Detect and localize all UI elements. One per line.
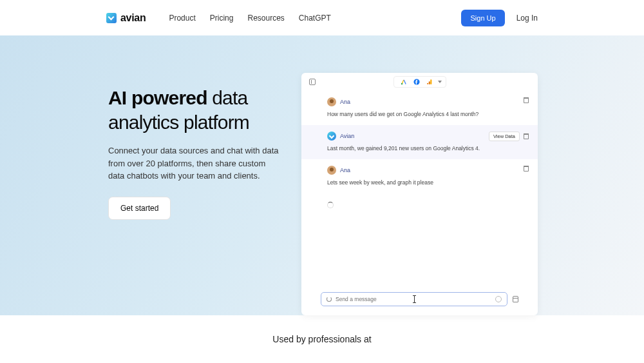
google-analytics-icon <box>426 79 433 85</box>
message-text: Lets see week by week, and graph it plea… <box>327 179 518 187</box>
nav-chatgpt[interactable]: ChatGPT <box>299 14 331 23</box>
google-ads-icon <box>401 79 407 85</box>
user-avatar-icon <box>327 166 336 175</box>
message-head: Ana <box>327 97 518 106</box>
chat-input[interactable] <box>336 296 491 302</box>
delete-icon[interactable] <box>524 166 529 172</box>
svg-rect-3 <box>428 81 430 84</box>
view-data-button[interactable]: View Data <box>489 132 520 141</box>
database-icon[interactable] <box>513 296 518 302</box>
chat-header <box>301 73 538 91</box>
hero-description: Connect your data sources and chat with … <box>108 144 279 182</box>
message-user-2: Ana Lets see week by week, and graph it … <box>301 159 538 193</box>
message-user-1: Ana How many users did we get on Google … <box>301 91 538 125</box>
trusted-by-section: Used by professionals at <box>0 315 644 363</box>
message-text: How many users did we get on Google Anal… <box>327 110 518 119</box>
nav-product[interactable]: Product <box>169 14 195 23</box>
hero-title-bold: AI powered <box>108 87 207 108</box>
message-author: Avian <box>340 133 354 139</box>
facebook-icon <box>413 79 420 85</box>
message-author: Ana <box>340 99 350 105</box>
hero-section: AI powered data analytics platform Conne… <box>0 35 644 315</box>
header-right: Sign Up Log In <box>461 10 538 26</box>
bot-avatar-icon <box>327 132 336 141</box>
user-avatar-icon <box>327 97 336 106</box>
message-bot-1: Avian Last month, we gained 9,201 new us… <box>301 125 538 159</box>
spinner-icon <box>327 202 334 208</box>
message-text: Last month, we gained 9,201 new users on… <box>327 144 518 153</box>
hero-copy: AI powered data analytics platform Conne… <box>108 73 279 315</box>
loading-block <box>301 193 538 217</box>
delete-icon[interactable] <box>524 97 529 103</box>
chat-body: Ana How many users did we get on Google … <box>301 91 538 315</box>
message-head: Ana <box>327 166 518 175</box>
get-started-button[interactable]: Get started <box>108 197 171 220</box>
sidebar-toggle-icon[interactable] <box>309 79 316 85</box>
logo[interactable]: avian <box>106 12 146 24</box>
primary-nav: Product Pricing Resources ChatGPT <box>169 14 330 23</box>
refresh-icon[interactable] <box>327 297 332 302</box>
chevron-down-icon <box>438 81 442 83</box>
nav-pricing[interactable]: Pricing <box>210 14 234 23</box>
svg-rect-2 <box>430 79 431 84</box>
message-author: Ana <box>340 167 350 173</box>
site-header: avian Product Pricing Resources ChatGPT … <box>0 0 644 35</box>
message-actions <box>524 97 529 103</box>
message-actions <box>524 166 529 172</box>
delete-icon[interactable] <box>524 133 529 139</box>
logo-mark-icon <box>106 13 117 23</box>
text-cursor-icon <box>414 296 415 302</box>
send-button[interactable] <box>495 296 502 302</box>
svg-point-4 <box>427 83 428 84</box>
integrations-selector[interactable] <box>393 76 446 88</box>
header-left: avian Product Pricing Resources ChatGPT <box>106 12 331 24</box>
message-actions: View Data <box>489 132 529 141</box>
signup-button[interactable]: Sign Up <box>461 10 504 26</box>
chat-input-row <box>301 286 538 315</box>
chat-preview-card: Ana How many users did we get on Google … <box>301 73 538 315</box>
logo-text: avian <box>120 12 146 24</box>
hero-title: AI powered data analytics platform <box>108 86 279 134</box>
chat-input-wrap[interactable] <box>321 292 507 306</box>
svg-point-0 <box>401 83 402 85</box>
trusted-by-text: Used by professionals at <box>272 334 371 344</box>
login-link[interactable]: Log In <box>516 14 538 23</box>
nav-resources[interactable]: Resources <box>247 14 284 23</box>
